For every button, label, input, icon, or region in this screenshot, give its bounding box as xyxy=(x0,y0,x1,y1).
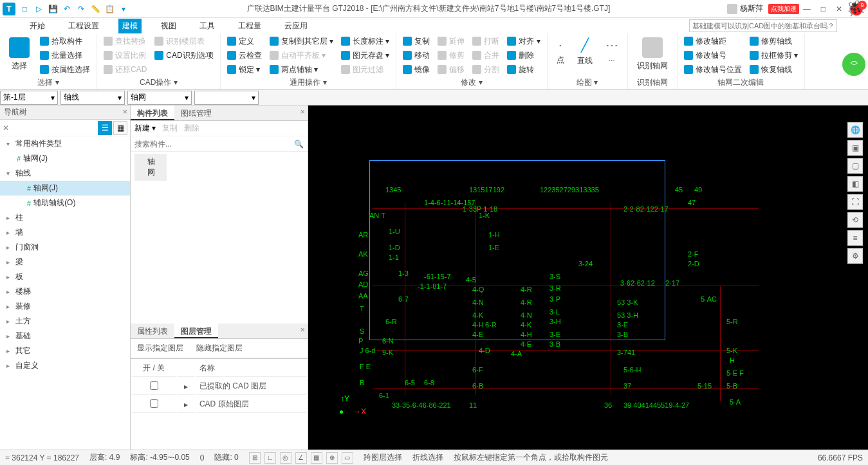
mod-number-button[interactable]: 修改轴号 xyxy=(681,49,744,62)
cube-3d-icon[interactable]: ▣ xyxy=(847,140,863,156)
new-icon[interactable]: □ xyxy=(18,3,31,15)
property-select-button[interactable]: 按属性选择 xyxy=(37,63,93,76)
tree-foundation[interactable]: ▸基础 xyxy=(0,329,130,343)
copy-button[interactable]: 复制 xyxy=(400,35,432,48)
close-icon[interactable]: × xyxy=(122,107,127,116)
ribbon-label-common[interactable]: 通用操作 ▾ xyxy=(225,76,392,89)
hide-layer-button[interactable]: 隐藏指定图层 xyxy=(196,343,243,354)
open-icon[interactable]: ▷ xyxy=(32,3,45,15)
more-icon[interactable]: ▾ xyxy=(117,3,130,15)
menu-tools[interactable]: 工具 xyxy=(196,19,219,33)
tree-stair[interactable]: ▸楼梯 xyxy=(0,284,130,299)
settings-icon[interactable]: ⚙ xyxy=(847,248,863,264)
osnap-icon[interactable]: ◎ xyxy=(280,452,291,464)
layer-row[interactable]: ▸CAD 原始图层 xyxy=(132,396,306,413)
component-item[interactable]: 轴网 xyxy=(134,154,167,181)
point-button[interactable]: ·点 xyxy=(551,35,569,68)
search-icon[interactable]: 🔍 xyxy=(294,140,304,149)
tree-decor[interactable]: ▸装修 xyxy=(0,299,130,314)
component-search-input[interactable] xyxy=(134,140,294,149)
tab-components[interactable]: 构件列表 xyxy=(131,105,174,120)
menu-model[interactable]: 建模 xyxy=(118,19,142,33)
globe-icon[interactable]: 🌐 xyxy=(847,122,863,138)
select-button[interactable]: 选择 xyxy=(4,35,35,74)
trim-axis-button[interactable]: 修剪轴线 xyxy=(747,35,800,48)
cad-options-button[interactable]: CAD识别选项 xyxy=(152,49,216,62)
ortho-icon[interactable]: ∟ xyxy=(264,452,276,464)
line-button[interactable]: ╱直线 xyxy=(572,35,598,69)
refresh-icon[interactable]: ⟲ xyxy=(847,212,863,228)
align-button[interactable]: 对齐 ▾ xyxy=(504,35,542,48)
floor-selector[interactable]: 第-1层▾ xyxy=(0,91,58,105)
tree-aux-axis[interactable]: #辅助轴线(O) xyxy=(0,196,130,210)
mod-position-button[interactable]: 修改轴号位置 xyxy=(681,63,744,76)
dim-button[interactable]: 长度标注 ▾ xyxy=(338,35,392,48)
mirror-button[interactable]: 镜像 xyxy=(400,63,432,76)
copy-to-floor-button[interactable]: 复制到其它层 ▾ xyxy=(267,35,336,48)
track-icon[interactable]: ⊕ xyxy=(326,452,338,464)
lock-button[interactable]: 锁定 ▾ xyxy=(225,63,264,76)
user-info[interactable]: 杨斯萍 xyxy=(727,3,763,14)
tree-grid-j1[interactable]: #轴网(J) xyxy=(0,151,130,166)
ruler-icon[interactable]: 📏 xyxy=(89,3,102,15)
tree-axes[interactable]: ▾轴线 xyxy=(0,166,130,181)
menu-cloud[interactable]: 云应用 xyxy=(281,19,311,33)
save-element-button[interactable]: 图元存盘 ▾ xyxy=(338,49,392,62)
view-list-button[interactable]: ▦ xyxy=(113,121,127,135)
tree-grid-j2[interactable]: #轴网(J) xyxy=(0,181,130,196)
fit-icon[interactable]: ⛶ xyxy=(847,194,863,210)
tree-common[interactable]: ▾常用构件类型 xyxy=(0,136,130,151)
angle-icon[interactable]: ∠ xyxy=(295,452,307,464)
close-icon[interactable]: × xyxy=(300,107,305,116)
redo-icon[interactable]: ↷ xyxy=(75,3,88,15)
ribbon-label-cad[interactable]: CAD操作 ▾ xyxy=(101,76,216,89)
new-component-button[interactable]: 新建 ▾ xyxy=(134,123,156,134)
ribbon-label-modify[interactable]: 修改 ▾ xyxy=(400,76,542,89)
wifi-icon[interactable]: ⌔ xyxy=(842,53,865,76)
snap-icon[interactable]: ⊞ xyxy=(249,452,261,464)
menu-view[interactable]: 视图 xyxy=(157,19,180,33)
undo-icon[interactable]: ↶ xyxy=(60,3,73,15)
drawing-canvas[interactable]: 134513151719212235272931333545491-4-6-11… xyxy=(308,105,868,455)
type-selector[interactable]: 轴网▾ xyxy=(127,91,192,105)
batch-select-button[interactable]: 批量选择 xyxy=(37,49,93,62)
tree-column[interactable]: ▸柱 xyxy=(0,210,130,225)
minimize-button[interactable]: — xyxy=(799,3,815,15)
cloud-check-button[interactable]: 云检查 xyxy=(225,49,264,62)
mod-spacing-button[interactable]: 修改轴距 xyxy=(681,35,744,48)
auto-level-button[interactable]: 自动平齐板 ▾ xyxy=(267,49,336,62)
cross-layer-toggle[interactable]: 跨图层选择 xyxy=(364,452,402,463)
tree-wall[interactable]: ▸墙 xyxy=(0,225,130,240)
grid-icon[interactable]: ▦ xyxy=(311,452,322,464)
polyline-toggle[interactable]: 折线选择 xyxy=(412,452,443,463)
ribbon-label-draw[interactable]: 绘图 ▾ xyxy=(551,76,623,89)
identify-grid-button[interactable]: 识别轴网 xyxy=(632,35,673,74)
accel-badge[interactable]: 点我加速 xyxy=(768,4,799,14)
paste-icon[interactable]: 📋 xyxy=(103,3,116,15)
layer-row[interactable]: ▸已提取的 CAD 图层 xyxy=(132,378,306,395)
tree-other[interactable]: ▸其它 xyxy=(0,343,130,358)
more-draw-button[interactable]: ⋯··· xyxy=(600,35,623,67)
layer-checkbox[interactable] xyxy=(150,381,158,390)
close-button[interactable]: ✕ xyxy=(832,3,846,15)
tree-opening[interactable]: ▸门窗洞 xyxy=(0,240,130,255)
maximize-button[interactable]: □ xyxy=(817,3,829,15)
tree-earth[interactable]: ▸土方 xyxy=(0,314,130,329)
menu-start[interactable]: 开始 xyxy=(26,19,49,33)
dyn-icon[interactable]: ▭ xyxy=(342,452,353,464)
tab-properties[interactable]: 属性列表 xyxy=(131,324,174,338)
define-button[interactable]: 定义 xyxy=(225,35,264,48)
iso-view-icon[interactable]: ◧ xyxy=(847,176,863,192)
delete-button[interactable]: 删除 xyxy=(504,49,542,62)
bug-icon[interactable]: 🐞9 xyxy=(846,0,865,19)
box-trim-button[interactable]: 拉框修剪 ▾ xyxy=(747,49,800,62)
close-icon[interactable]: × xyxy=(300,325,305,334)
save-icon[interactable]: 💾 xyxy=(46,3,59,15)
instance-selector[interactable]: ▾ xyxy=(194,91,259,105)
menu-project[interactable]: 工程设置 xyxy=(64,19,103,33)
top-view-icon[interactable]: ▢ xyxy=(847,158,863,174)
move-button[interactable]: 移动 xyxy=(400,49,432,62)
rotate-button[interactable]: 旋转 xyxy=(504,63,542,76)
tree-custom[interactable]: ▸自定义 xyxy=(0,358,130,373)
tree-beam[interactable]: ▸梁 xyxy=(0,255,130,269)
